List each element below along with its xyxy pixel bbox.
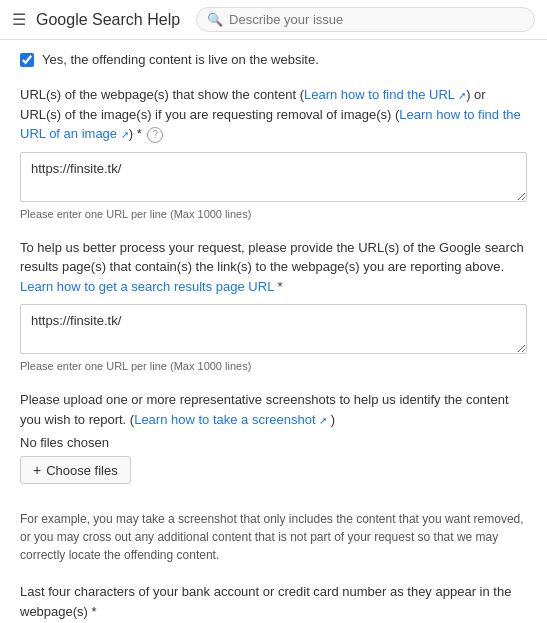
help-icon-1[interactable]: ? [147, 127, 163, 143]
main-content: Yes, the offending content is live on th… [0, 40, 547, 623]
url-input-2[interactable]: https://finsite.tk/ [20, 304, 527, 354]
url-section-2: To help us better process your request, … [20, 238, 527, 373]
upload-section: Please upload one or more representative… [20, 390, 527, 492]
find-url-link-1[interactable]: Learn how to find the URL ➚ [304, 87, 466, 102]
upload-label: Please upload one or more representative… [20, 390, 527, 429]
no-files-label: No files chosen [20, 435, 527, 450]
url-input-1[interactable]: https://finsite.tk/ [20, 152, 527, 202]
search-input[interactable] [229, 12, 524, 27]
checkbox-row: Yes, the offending content is live on th… [20, 52, 527, 67]
search-results-url-link[interactable]: Learn how to get a search results page U… [20, 279, 274, 294]
bank-label: Last four characters of your bank accoun… [20, 582, 527, 621]
checkbox-label: Yes, the offending content is live on th… [42, 52, 319, 67]
example-text: For example, you may take a screenshot t… [20, 510, 527, 564]
app-title: Google Search Help [36, 11, 180, 29]
external-link-icon-1: ➚ [458, 90, 466, 101]
search-icon: 🔍 [207, 12, 223, 27]
url-section-1: URL(s) of the webpage(s) that show the c… [20, 85, 527, 220]
external-link-icon-2: ➚ [121, 129, 129, 140]
menu-icon[interactable]: ☰ [12, 10, 26, 29]
screenshot-link[interactable]: Learn how to take a screenshot ➚ [134, 412, 327, 427]
header: ☰ Google Search Help 🔍 [0, 0, 547, 40]
offending-content-checkbox[interactable] [20, 53, 34, 67]
external-link-icon-3: ➚ [319, 415, 327, 426]
url-section-2-description: To help us better process your request, … [20, 238, 527, 297]
bank-section: Last four characters of your bank accoun… [20, 582, 527, 623]
url-hint-1: Please enter one URL per line (Max 1000 … [20, 208, 527, 220]
plus-icon: + [33, 462, 41, 478]
choose-files-button[interactable]: + Choose files [20, 456, 131, 484]
url-hint-2: Please enter one URL per line (Max 1000 … [20, 360, 527, 372]
search-bar[interactable]: 🔍 [196, 7, 535, 32]
url-section-1-description: URL(s) of the webpage(s) that show the c… [20, 85, 527, 144]
choose-files-label: Choose files [46, 463, 118, 478]
